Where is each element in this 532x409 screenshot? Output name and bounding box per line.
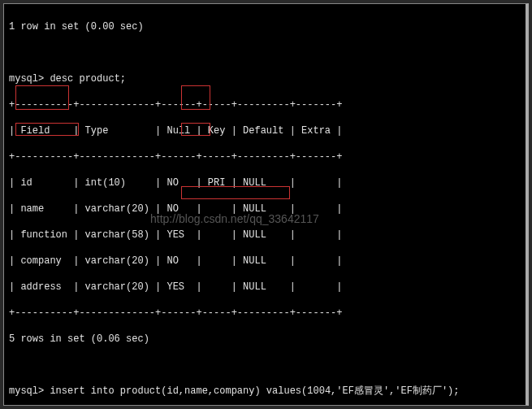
- desc-command: desc product;: [50, 73, 126, 85]
- desc-row: | name | varchar(20) | NO | | NULL | |: [9, 202, 521, 215]
- desc-row: | function | varchar(58) | YES | | NULL …: [9, 228, 521, 241]
- prompt: mysql>: [9, 385, 44, 397]
- prev-result-line: 1 row in set (0.00 sec): [9, 20, 521, 33]
- desc-border: +----------+-------------+------+-----+-…: [9, 98, 521, 111]
- blank-line: [9, 359, 521, 372]
- desc-row: | id | int(10) | NO | PRI | NULL | |: [9, 176, 521, 189]
- insert-command: insert into product(id,name,company) val…: [50, 385, 459, 397]
- blank-line: [9, 46, 521, 59]
- desc-row: | address | varchar(20) | YES | | NULL |…: [9, 281, 521, 294]
- insert-command-line: mysql> insert into product(id,name,compa…: [9, 385, 521, 398]
- desc-row: | company | varchar(20) | NO | | NULL | …: [9, 255, 521, 268]
- desc-border: +----------+-------------+------+-----+-…: [9, 150, 521, 163]
- terminal-window[interactable]: 1 row in set (0.00 sec) mysql> desc prod…: [3, 3, 529, 406]
- desc-result: 5 rows in set (0.06 sec): [9, 333, 521, 346]
- desc-border: +----------+-------------+------+-----+-…: [9, 307, 521, 320]
- desc-header: | Field | Type | Null | Key | Default | …: [9, 124, 521, 137]
- prompt: mysql>: [9, 73, 44, 85]
- desc-command-line: mysql> desc product;: [9, 72, 521, 85]
